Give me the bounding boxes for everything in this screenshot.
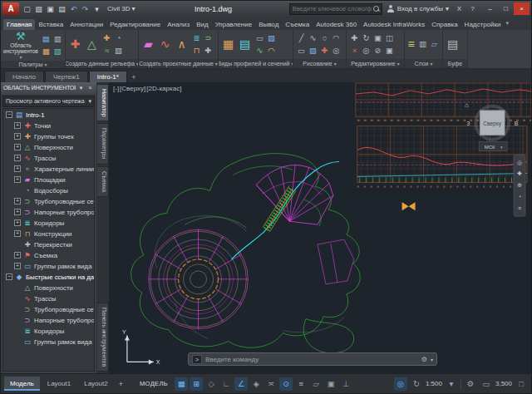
file-tab-intro1[interactable]: Intro-1* [89, 71, 127, 82]
new-tab-icon[interactable]: + [128, 73, 140, 82]
panel-label-layers[interactable]: Слои▾ [405, 59, 442, 68]
trim-icon[interactable]: ⊘ [372, 45, 383, 57]
infer-constraints-icon[interactable]: ◇ [204, 377, 218, 391]
tree-item-data-shortcuts[interactable]: −◆Быстрые ссылки на данные [3, 272, 94, 283]
arc-icon[interactable]: ◠ [331, 32, 342, 44]
lineweight-icon[interactable]: ≡ [294, 377, 308, 391]
search-input[interactable] [293, 5, 372, 12]
tab-insert[interactable]: Вставка [35, 19, 66, 30]
grading-icon[interactable]: ▨ [113, 45, 124, 57]
qat-dropdown-icon[interactable]: ▾ [91, 3, 102, 15]
sheet-set-icon[interactable]: ▦ [41, 46, 52, 57]
infocenter-search[interactable] [289, 3, 382, 15]
polar-tracking-icon[interactable]: ∠ [234, 377, 248, 391]
file-tab-start[interactable]: Начало [4, 71, 44, 82]
offset-icon[interactable]: ◎ [361, 45, 372, 57]
profile-view-icon[interactable]: ▦ [221, 32, 235, 57]
object-snap-icon[interactable]: ⊙ [279, 377, 293, 391]
pan-icon[interactable]: ✚ [517, 170, 522, 176]
point-groups-icon[interactable]: ✚ [101, 32, 112, 44]
tab-autodesk360[interactable]: Autodesk 360 [313, 19, 360, 30]
redo-icon[interactable]: ↷ [80, 3, 91, 15]
home-icon[interactable]: ⌂ [465, 101, 469, 109]
steering-wheel-icon[interactable]: ◎ [517, 159, 522, 165]
quick-properties-icon[interactable]: ▭ [480, 377, 493, 391]
command-history-icon[interactable]: ▾ [431, 357, 433, 362]
orbit-icon[interactable]: ◔ [518, 194, 521, 199]
layout-tab-layout2[interactable]: Layout2 [78, 377, 113, 391]
exchange-apps-icon[interactable]: X [454, 3, 465, 14]
layout-tab-layout1[interactable]: Layout1 [42, 377, 76, 391]
tree-item-ds-surfaces[interactable]: △Поверхности [3, 283, 94, 293]
section-icon[interactable]: ▨ [266, 32, 277, 44]
tab-toolbox[interactable]: Панель инструментов [97, 303, 109, 372]
undo-icon[interactable]: ↶ [68, 3, 79, 15]
tree-item-pressure-networks[interactable]: +⊃Напорные трубопроводы [3, 207, 94, 218]
ellipse-icon[interactable]: ◎ [331, 45, 342, 57]
tree-item-alignments[interactable]: +∿Трассы [3, 153, 94, 164]
tab-view[interactable]: Вид [193, 19, 211, 30]
section-view-icon[interactable]: ▤ [238, 32, 252, 57]
tab-annotate[interactable]: Аннотации [66, 19, 106, 30]
tree-item-sites[interactable]: +▰Площадки [3, 175, 94, 185]
isodraft-icon[interactable]: ◈ [249, 377, 263, 391]
tree-item-point-groups[interactable]: +✚Группы точек [3, 131, 94, 142]
expand-icon[interactable]: + [14, 155, 21, 161]
workspace-switcher[interactable]: Civil 3D ▾ [105, 5, 138, 12]
hatch-icon[interactable]: ▨ [308, 45, 318, 57]
sample-line-icon[interactable]: ▭ [254, 32, 265, 44]
tab-analyze[interactable]: Анализ [164, 19, 193, 30]
intersection-icon[interactable]: ✚ [203, 45, 214, 57]
autoscale-icon[interactable]: ↻ [410, 377, 423, 391]
tab-home[interactable]: Главная [3, 19, 35, 30]
ribbon-collapse-icon[interactable]: ▾ [506, 20, 510, 27]
expand-icon[interactable]: + [14, 144, 21, 150]
tree-item-catchments[interactable]: ◔Водосборы [3, 185, 94, 196]
point-icon[interactable]: ✚ [319, 45, 330, 57]
palette-properties-icon[interactable]: ▾ [77, 85, 85, 91]
tree-item-ds-alignments[interactable]: ∿Трассы [3, 293, 94, 304]
corridor-icon[interactable]: ≣ [191, 32, 202, 44]
tree-item-feature-lines[interactable]: +≈Характерные линии [3, 164, 94, 175]
layers-icon[interactable]: ≡ [407, 32, 415, 57]
plot-icon[interactable]: ▤ [57, 3, 67, 15]
tree-item-survey[interactable]: +⚑Съемка [3, 250, 94, 261]
toolspace-button[interactable]: ⚒ Область инструментов ▾ [3, 31, 38, 60]
new-layout-icon[interactable]: + [116, 380, 126, 388]
feature-line-icon[interactable]: ≈ [101, 45, 112, 57]
tree-item-drawing[interactable]: −▤Intro-1 [3, 110, 94, 121]
tab-survey[interactable]: Съемка [282, 19, 313, 30]
viewcube-face-label[interactable]: Сверху [483, 121, 501, 127]
collapse-icon[interactable]: − [6, 111, 12, 118]
compass-west-label[interactable]: З [466, 121, 470, 126]
wcs-dropdown[interactable]: МСК ▾ [479, 141, 507, 150]
close-button[interactable]: × [514, 2, 530, 15]
alignment-tool-icon[interactable]: ∿ [158, 32, 172, 57]
profile-tool-icon[interactable]: ∧ [175, 32, 189, 57]
scale-dropdown-icon[interactable]: ▾ [445, 377, 458, 391]
parcel-tool-icon[interactable]: ▰ [141, 32, 155, 57]
band-icon[interactable]: ◠ [266, 45, 277, 57]
tab-manage[interactable]: Управление [212, 19, 255, 30]
tree-item-ds-pipe-networks[interactable]: ⊃Трубопроводные сети [3, 304, 94, 315]
tab-help[interactable]: Справка [428, 19, 461, 30]
panel-label-ground-data[interactable]: Создать данные рельефа▾ [66, 59, 138, 68]
layout-tab-model[interactable]: Модель [4, 377, 40, 391]
expand-icon[interactable]: + [14, 165, 21, 172]
expand-icon[interactable]: + [14, 219, 21, 226]
tree-item-assemblies[interactable]: +⊓Конструкции [3, 229, 94, 239]
panel-label-profile-views[interactable]: Виды профилей и сечений▾ [219, 59, 293, 68]
expand-icon[interactable]: + [14, 263, 21, 269]
model-space[interactable]: Y X Сверху З В ⌂ МСК ▾ [109, 82, 531, 373]
command-customize-icon[interactable]: ⚙ [421, 356, 427, 363]
tab-infraworks[interactable]: Autodesk InfraWorks [360, 19, 428, 30]
tab-prospector[interactable]: Навигатор [97, 84, 109, 122]
collapse-icon[interactable]: − [6, 273, 12, 280]
erase-icon[interactable]: × [349, 45, 360, 57]
mirror-icon[interactable]: ◫ [384, 32, 395, 44]
design-center-icon[interactable]: ▧ [52, 46, 63, 57]
minimize-button[interactable]: – [482, 2, 498, 15]
panel-label-palettes[interactable]: Палитры▾ [1, 61, 65, 68]
properties-palette-icon[interactable]: ▤ [41, 33, 52, 45]
clean-screen-icon[interactable]: □ [515, 377, 528, 391]
